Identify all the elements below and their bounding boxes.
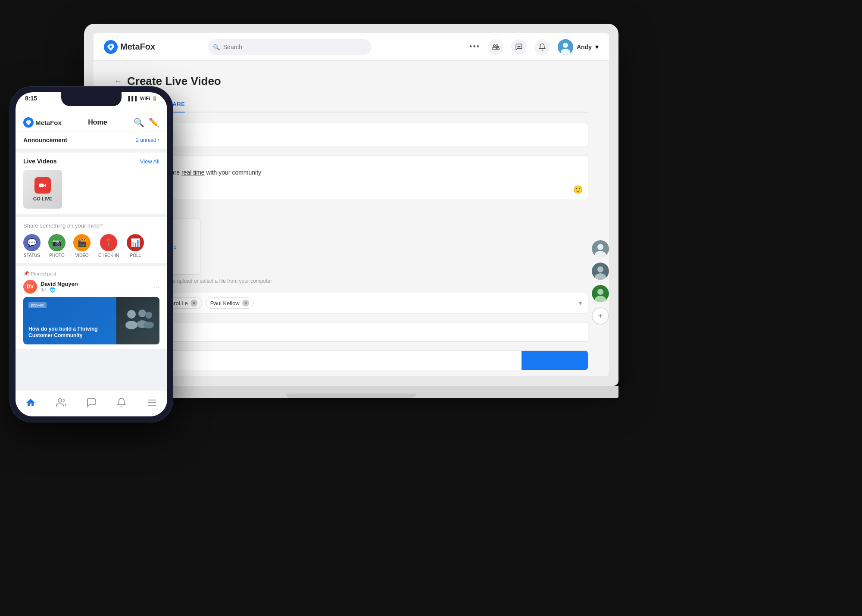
search-icon: 🔍 [213, 44, 220, 50]
pinned-user-name: David Nguyen [41, 281, 78, 287]
checkin-icon: 📍 [100, 234, 117, 251]
tag-chip-carol-remove[interactable]: ✕ [191, 300, 197, 306]
back-button[interactable]: ← [114, 77, 122, 86]
tag-chip-paul-remove[interactable]: ✕ [242, 300, 249, 306]
poll-label: POLL [130, 253, 141, 258]
phone-status-bar: 8:15 ▌▌▌ WiFi 🔋 [16, 92, 167, 103]
status-icon: 💬 [23, 234, 41, 251]
search-input[interactable] [208, 39, 372, 55]
side-avatar-2[interactable] [592, 263, 609, 280]
post-image-left: phpFox How do you build a Thriving Custo… [23, 297, 116, 344]
user-menu[interactable]: Andy ▾ [558, 39, 599, 55]
share-action-video[interactable]: 🎬 VIDEO [73, 234, 91, 258]
svg-point-30 [144, 322, 154, 328]
share-actions: 💬 STATUS 📷 PHOTO 🎬 VIDEO [23, 234, 159, 258]
pin-icon: 📌 [23, 271, 29, 276]
phone-logo-text: MetaFox [35, 119, 62, 126]
metafox-logo-icon [104, 40, 118, 54]
nav-logo-text: MetaFox [120, 42, 155, 52]
bell-icon [116, 397, 127, 408]
svg-marker-24 [44, 184, 46, 187]
share-action-poll[interactable]: 📊 POLL [127, 234, 144, 258]
announcement-badge[interactable]: 2 unread › [136, 137, 159, 143]
stream-key-input[interactable] [115, 351, 517, 370]
go-live-thumbnail[interactable]: GO LIVE [23, 170, 62, 209]
battery-icon: 🔋 [152, 96, 158, 101]
post-image-right [116, 297, 159, 344]
phone-time: 8:15 [25, 95, 37, 102]
stream-key-copy-button[interactable] [522, 351, 588, 370]
pinned-post-header: DV David Nguyen 9d · 🌐 ··· [23, 280, 159, 294]
bottom-nav-bell[interactable] [113, 395, 130, 410]
stream-key-field: Stream Key [114, 350, 588, 370]
laptop-navbar: MetaFox 🔍 ••• [94, 33, 609, 61]
live-videos-header: Live Videos View All [23, 158, 159, 165]
pinned-user: DV David Nguyen 9d · 🌐 [23, 280, 78, 294]
description-content[interactable]: Lets go live and share real time with yo… [115, 156, 588, 181]
pinned-post-more-icon[interactable]: ··· [153, 282, 159, 291]
desc-word-realtime: real time [181, 169, 205, 176]
svg-point-31 [58, 399, 62, 402]
share-action-checkin[interactable]: 📍 CHECK-IN [98, 234, 119, 258]
svg-point-27 [138, 310, 146, 317]
phpfox-badge: phpFox [28, 302, 47, 308]
live-videos-title: Live Videos [23, 158, 57, 165]
nav-logo: MetaFox [104, 40, 155, 54]
side-avatars: + [592, 240, 609, 325]
share-prompt[interactable]: Share something on your mind? [23, 222, 159, 229]
video-label: VIDEO [75, 253, 88, 258]
svg-point-4 [518, 46, 519, 47]
phone-bottom-nav [16, 390, 167, 416]
people-illustration [121, 306, 155, 336]
tag-friends-dropdown-icon[interactable]: ▾ [579, 300, 582, 306]
notifications-button[interactable] [534, 39, 550, 55]
announcement-label: Announcement [23, 137, 67, 144]
tag-friends-field[interactable]: Tag Friends Vinny T ✕ Carol Le ✕ Paul Ke… [114, 293, 588, 313]
phone-compose-icon[interactable]: ✏️ [149, 117, 159, 128]
bottom-nav-home[interactable] [22, 395, 39, 410]
add-friend-button[interactable] [488, 39, 503, 55]
bottom-nav-people[interactable] [53, 395, 70, 410]
phone: 8:15 ▌▌▌ WiFi 🔋 [9, 86, 173, 422]
phone-logo-icon [23, 117, 34, 128]
phone-search-icon[interactable]: 🔍 [134, 117, 144, 128]
svg-point-3 [518, 46, 518, 47]
title-input[interactable] [115, 123, 588, 147]
pinned-text: Pinned post [31, 271, 56, 276]
view-all-link[interactable]: View All [140, 158, 159, 165]
svg-point-5 [520, 46, 521, 47]
phone-content: Announcement 2 unread › Live Videos View… [16, 131, 167, 390]
share-action-status[interactable]: 💬 STATUS [23, 234, 41, 258]
phone-status-area: 8:15 ▌▌▌ WiFi 🔋 [16, 92, 167, 114]
bottom-nav-chat[interactable] [83, 395, 100, 410]
messenger-button[interactable] [511, 39, 527, 55]
tag-chip-paul: Paul Kellow ✕ [206, 297, 254, 309]
phone-navbar: MetaFox Home 🔍 ✏️ [16, 114, 167, 131]
phone-nav-icons: 🔍 ✏️ [134, 117, 159, 128]
svg-rect-23 [39, 184, 44, 187]
side-avatar-1[interactable] [592, 240, 609, 257]
bottom-nav-menu[interactable] [144, 395, 161, 410]
nav-more-icon[interactable]: ••• [469, 42, 480, 51]
phone-status-icons: ▌▌▌ WiFi 🔋 [128, 96, 158, 101]
scene: MetaFox 🔍 ••• [0, 0, 862, 616]
nav-right-actions: ••• [469, 39, 599, 55]
status-label: STATUS [24, 253, 40, 258]
nav-dropdown-icon: ▾ [595, 43, 599, 51]
side-avatar-add-button[interactable]: + [592, 307, 609, 325]
wifi-icon: WiFi [140, 96, 150, 101]
share-action-photo[interactable]: 📷 PHOTO [48, 234, 66, 258]
location-field[interactable]: Location [114, 322, 588, 342]
poll-icon: 📊 [127, 234, 144, 251]
side-avatar-3[interactable] [592, 285, 609, 302]
emoji-picker-icon[interactable]: 🙂 [573, 185, 583, 194]
pinned-label: 📌 Pinned post [23, 271, 159, 276]
phone-body: 8:15 ▌▌▌ WiFi 🔋 [9, 86, 173, 422]
pinned-avatar: DV [23, 280, 37, 294]
pinned-user-info: David Nguyen 9d · 🌐 [41, 281, 78, 293]
photo-label: PHOTO [49, 253, 64, 258]
title-field: Title [114, 123, 588, 147]
desc-text-end: with your community [206, 169, 261, 176]
share-section: Share something on your mind? 💬 STATUS 📷… [16, 217, 167, 263]
live-videos-section: Live Videos View All GO LIVE [16, 153, 167, 214]
